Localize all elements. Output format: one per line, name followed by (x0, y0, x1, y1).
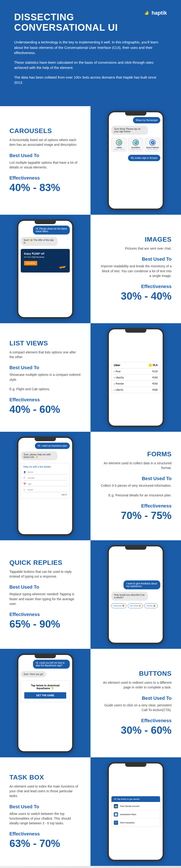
hand-icon (143, 9, 150, 17)
best-used-label: Best Used To (9, 153, 81, 158)
scorpio-icon: ♏ (133, 140, 139, 146)
user-message: My zodiac sign is Scorpio (128, 155, 160, 161)
taskbox-item[interactable]: 📊Investment Plans (111, 810, 160, 818)
carousels-title: CAROUSELS (9, 127, 81, 135)
intro-p2: These statistics have been calculated on… (14, 60, 160, 70)
quickreplies-title: QUICK REPLIES (9, 559, 81, 566)
mail-icon: ✉ (23, 489, 26, 491)
images-title: IMAGES (100, 236, 172, 243)
carousels-effectiveness: 40% - 83% (9, 182, 81, 193)
brand-logo: haptik (143, 9, 167, 17)
section-listviews: LIST VIEWS A compact element that lists … (0, 323, 181, 432)
quick-reply-button[interactable]: Awesome 😍 (111, 603, 126, 608)
images-desc: Pictures that are sent over chat. (100, 246, 172, 251)
chevron-down-icon: ⌄ (66, 477, 67, 479)
carousel-row[interactable]: ♎LIBRASept 23 - Oct 22 ♏SCORPIOOct 23 - … (111, 138, 160, 152)
buttons-best: Guide users to click on a very clear, pe… (100, 703, 172, 713)
forms-best: Collect 3-5 pieces of very structured in… (100, 483, 172, 498)
name-field[interactable]: 👤Name (23, 470, 67, 474)
chevron-down-icon: ⌄ (66, 483, 67, 485)
section-images: Hi, Please show me the latest travel off… (0, 215, 181, 323)
age-field[interactable]: 📅Age⌄ (23, 482, 67, 486)
bot-message: Sure. Here you go! (21, 671, 46, 677)
chart-icon: 📊 (114, 812, 118, 816)
phone-mockup: Hi, I want an Insurance plan Sure, pleas… (17, 436, 74, 535)
phone-mockup: Hi, could you tell me how to play the Aq… (17, 654, 74, 753)
effectiveness-label: Effectiveness (100, 284, 172, 289)
phone-mockup: Hi! Tap below to get started 💳Free Demat… (107, 762, 164, 861)
user-message: I want to give feedback about my experie… (123, 580, 160, 589)
email-field[interactable]: ✉Email (23, 488, 67, 492)
listviews-best: Showcase multiple options in a compact o… (9, 372, 81, 392)
phone-mockup: Show my Horoscope Sure thing! Please tap… (107, 111, 164, 210)
taskbox-item[interactable]: 🛡Term Insurance (111, 818, 160, 827)
bot-message: Sure thing! Please tap on your sign belo… (111, 126, 148, 135)
fly-now-button[interactable]: FLY NOW (24, 261, 37, 266)
person-icon: 👤 (23, 471, 26, 473)
user-message: Show my Horoscope (133, 117, 160, 123)
promo-title: Enjoy ₹1200* off (24, 252, 67, 255)
list-item[interactable]: Pool₹120 (111, 369, 160, 375)
listviews-title: LIST VIEWS (9, 340, 81, 347)
intro-text: Understanding a technology is the key to… (14, 40, 160, 85)
next-button[interactable]: NEXT (23, 494, 67, 496)
brand-name: haptik (151, 10, 167, 16)
listviews-effectiveness: 40% - 60% (9, 403, 81, 415)
best-used-label: Best Used To (9, 584, 81, 590)
list-item[interactable]: Premier₹250 (111, 381, 160, 387)
carousels-desc: A horizontally listed set of options whe… (9, 137, 81, 147)
forms-desc: An element used to collect data in a str… (100, 461, 172, 470)
account-icon: 💳 (114, 804, 118, 808)
forms-title: FORMS (100, 451, 172, 458)
promo-subtitle: On Your Flight Bookings (24, 256, 67, 258)
effectiveness-label: Effectiveness (9, 397, 81, 403)
best-used-label: Best Used To (9, 804, 81, 809)
section-buttons: Hi, could you tell me how to play the Aq… (0, 649, 181, 757)
cta-text: Tap below to download AquaGame 👇 (24, 684, 66, 690)
carousel-item[interactable]: ♏SCORPIOOct 23 - Nov 21 (128, 138, 144, 152)
bot-message: Sure! 😊 The offer of the day is: (21, 237, 58, 246)
gender-icon: ⚥ (23, 477, 26, 479)
quick-reply-button[interactable]: Not Great 😐 (128, 603, 143, 608)
section-carousels: CAROUSELS A horizontally listed set of o… (0, 106, 181, 215)
buttons-effectiveness: 30% - 60% (100, 724, 172, 736)
get-game-button[interactable]: GET THE GAME (24, 692, 66, 699)
cta-card: Tap below to download AquaGame 👇 GET THE… (21, 680, 70, 702)
carousel-item[interactable]: ♐SAGITTARIUSNov 22 - Dec 21 (145, 138, 160, 152)
ola-icon (149, 364, 152, 367)
images-best: Improve readability and break the monoto… (100, 264, 172, 278)
best-used-label: Best Used To (100, 695, 172, 701)
taskbox-card: Hi! Tap below to get started 💳Free Demat… (111, 796, 160, 827)
list-item[interactable]: UberXL₹300 (111, 387, 160, 393)
user-message: Hi, I want an Insurance plan (35, 443, 70, 449)
list-header: Uber OLA (111, 362, 160, 369)
ola-logo: OLA (149, 364, 158, 367)
section-quickreplies: QUICK REPLIES Tappable buttons that can … (0, 540, 181, 649)
taskbox-item[interactable]: 💳Free Demat Account (111, 802, 160, 810)
phone-mockup: Hi, Please show me the latest travel off… (17, 219, 74, 318)
list-view: Uber OLA Pool₹120 UberGo₹160 Premier₹250… (111, 362, 160, 393)
effectiveness-label: Effectiveness (9, 831, 81, 837)
best-used-label: Best Used To (100, 256, 172, 262)
carousel-item[interactable]: ♎LIBRASept 23 - Oct 22 (111, 138, 127, 152)
page-title-line2: CONVERSATIONAL UI (14, 22, 167, 33)
taskbox-best: Allow users to switch between the top fu… (9, 811, 81, 826)
shield-icon: 🛡 (114, 820, 118, 825)
taskbox-header: Hi! Tap below to get started (111, 796, 160, 802)
carousels-best: List multiple tappable options that have… (9, 160, 81, 170)
quick-reply-button[interactable]: Terrible 😭 (144, 603, 157, 608)
form-title: Help me with a few details (23, 465, 67, 468)
intro-p3: The data has been collated from over 100… (14, 75, 160, 85)
taskbox-desc: An element used to index the main functi… (9, 784, 81, 798)
effectiveness-label: Effectiveness (100, 503, 172, 509)
section-taskbox: TASK BOX An element used to index the ma… (0, 757, 181, 866)
list-item[interactable]: UberGo₹160 (111, 375, 160, 381)
forms-effectiveness: 70% - 75% (100, 509, 172, 521)
taskbox-title: TASK BOX (9, 774, 81, 781)
effectiveness-label: Effectiveness (9, 612, 81, 617)
calendar-icon: 📅 (23, 483, 26, 485)
quickreplies-desc: Tappable buttons that can be used to rep… (9, 569, 81, 579)
user-message: Hi, could you tell me how to play the Aq… (33, 660, 70, 669)
plane-icon (59, 264, 68, 271)
gender-field[interactable]: ⚥Gender⌄ (23, 476, 67, 480)
